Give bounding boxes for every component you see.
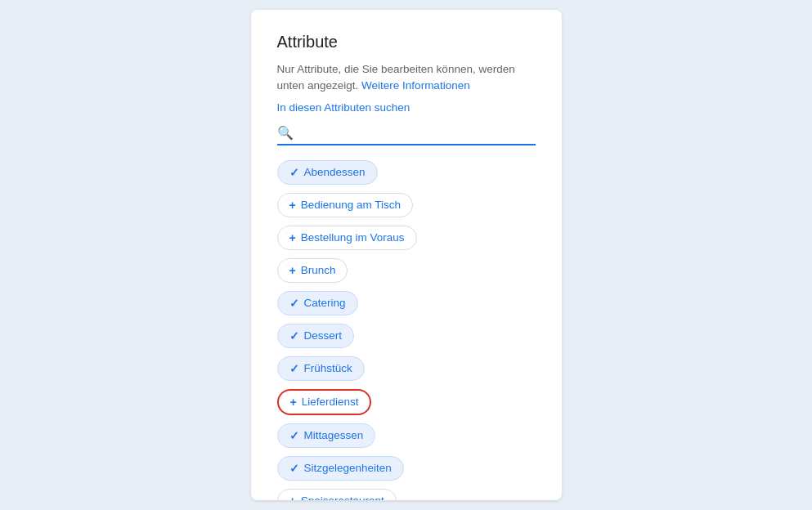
chip-label: Mittagessen [304, 429, 364, 441]
chip-sitzgelegenheiten[interactable]: ✓Sitzgelegenheiten [277, 456, 404, 481]
checkmark-icon: ✓ [289, 429, 299, 442]
checkmark-icon: ✓ [289, 166, 299, 179]
checkmark-icon: ✓ [289, 297, 299, 310]
plus-icon: + [289, 264, 296, 277]
chip-label: Sitzgelegenheiten [304, 462, 392, 474]
attribute-card: Attribute Nur Attribute, die Sie bearbei… [251, 10, 562, 500]
chip-label: Frühstück [304, 362, 352, 374]
chip-label: Lieferdienst [302, 396, 359, 408]
chip-label: Abendessen [304, 166, 366, 178]
search-input[interactable] [300, 126, 536, 139]
chip-abendessen[interactable]: ✓Abendessen [277, 160, 378, 185]
plus-icon: + [289, 199, 296, 212]
more-info-link[interactable]: Weitere Informationen [361, 79, 470, 92]
chip-label: Speiserestaurant [301, 494, 384, 500]
chip-speiserestaurant[interactable]: +Speiserestaurant [277, 489, 397, 501]
chip-catering[interactable]: ✓Catering [277, 291, 358, 315]
chip-label: Brunch [301, 264, 336, 276]
chip-label: Catering [304, 297, 346, 309]
card-description: Nur Attribute, die Sie bearbeiten können… [277, 61, 536, 95]
search-bar: 🔍 [277, 125, 536, 145]
chip-mittagessen[interactable]: ✓Mittagessen [277, 423, 376, 448]
checkmark-icon: ✓ [289, 362, 299, 375]
search-icon: 🔍 [277, 125, 294, 141]
chip-brunch[interactable]: +Brunch [277, 258, 348, 283]
chip-label: Bedienung am Tisch [301, 199, 401, 211]
chip-bestellung-im-voraus[interactable]: +Bestellung im Voraus [277, 226, 417, 250]
plus-icon: + [289, 494, 296, 501]
checkmark-icon: ✓ [289, 462, 299, 475]
checkmark-icon: ✓ [289, 329, 299, 342]
card-title: Attribute [277, 33, 536, 51]
chips-list: ✓Abendessen+Bedienung am Tisch+Bestellun… [277, 160, 536, 501]
search-in-attributes-link[interactable]: In diesen Attributen suchen [277, 101, 536, 114]
chip-lieferdienst[interactable]: +Lieferdienst [277, 389, 372, 415]
plus-icon: + [289, 231, 296, 244]
chip-dessert[interactable]: ✓Dessert [277, 324, 355, 348]
chip-fruehstueck[interactable]: ✓Frühstück [277, 356, 365, 381]
chip-label: Bestellung im Voraus [301, 231, 405, 244]
plus-icon: + [290, 396, 297, 409]
chip-label: Dessert [304, 329, 343, 342]
chip-bedienung-am-tisch[interactable]: +Bedienung am Tisch [277, 193, 414, 217]
